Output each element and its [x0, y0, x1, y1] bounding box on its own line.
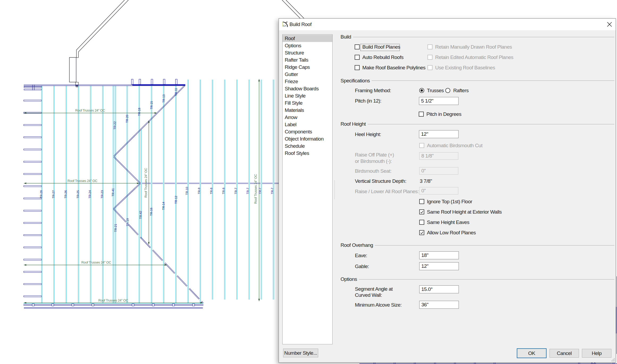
svg-text:TR-7: TR-7: [258, 188, 262, 194]
svg-text:TR-13: TR-13: [162, 95, 165, 103]
svg-text:TR-7: TR-7: [271, 188, 274, 194]
svg-text:Roof Trusses 24" OC: Roof Trusses 24" OC: [68, 179, 97, 183]
svg-text:TR-21: TR-21: [114, 224, 117, 232]
svg-text:Roof Trusses 24" OC: Roof Trusses 24" OC: [98, 299, 128, 302]
svg-text:TR-10: TR-10: [185, 187, 188, 195]
svg-text:TR-25: TR-25: [76, 190, 79, 198]
svg-text:TR-24: TR-24: [88, 190, 91, 198]
svg-text:TR-28: TR-28: [40, 190, 43, 198]
svg-text:TR-22: TR-22: [113, 121, 116, 130]
svg-text:TR-26: TR-26: [64, 190, 67, 198]
svg-text:TR-8: TR-8: [210, 188, 213, 194]
svg-text:Roof Trusses 24" OC: Roof Trusses 24" OC: [81, 261, 111, 264]
svg-text:TR-27: TR-27: [52, 190, 55, 198]
svg-text:TR-20: TR-20: [125, 115, 129, 123]
svg-text:Roof Trusses 24" OC: Roof Trusses 24" OC: [75, 109, 105, 112]
svg-text:TR-11: TR-11: [174, 88, 178, 96]
svg-text:TR-19: TR-19: [126, 218, 129, 226]
svg-text:TR-12: TR-12: [174, 196, 178, 204]
svg-text:TR-42: TR-42: [139, 211, 142, 219]
svg-text:CA: CA: [283, 24, 287, 27]
svg-text:TR-7: TR-7: [246, 188, 249, 194]
svg-text:Roof Trusses 24" OC: Roof Trusses 24" OC: [254, 174, 258, 204]
svg-text:TR-15: TR-15: [150, 101, 153, 109]
svg-text:TR-23: TR-23: [100, 190, 104, 198]
svg-text:TR-14: TR-14: [162, 202, 165, 210]
svg-text:Roof Trusses 24" OC: Roof Trusses 24" OC: [144, 168, 148, 198]
svg-text:TR-41: TR-41: [111, 188, 115, 197]
svg-text:TR-8: TR-8: [222, 188, 225, 194]
svg-text:TR-7: TR-7: [234, 188, 237, 194]
svg-text:TR-16: TR-16: [150, 208, 153, 216]
svg-text:TR-9: TR-9: [198, 188, 201, 194]
svg-text:X17: X17: [286, 22, 288, 23]
svg-text:TR-18: TR-18: [138, 108, 141, 116]
